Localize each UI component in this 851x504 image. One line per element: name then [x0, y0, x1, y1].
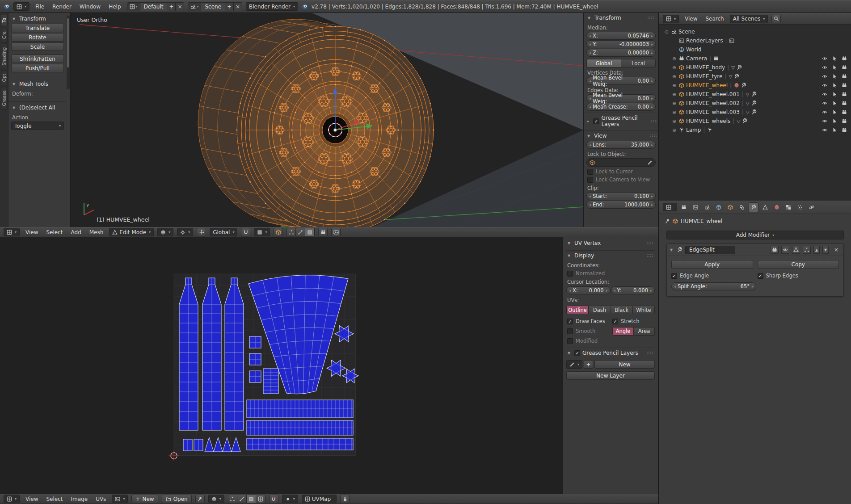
transform-panel-header[interactable]: Transform	[11, 14, 64, 23]
median-y-field[interactable]: Y:-0.0000003	[586, 40, 656, 48]
stretch-checkbox[interactable]	[612, 319, 618, 324]
tab-render[interactable]	[679, 202, 689, 212]
outliner-row-humvee-wheel-002[interactable]: HUMVEE_wheel.002|▽	[659, 99, 851, 108]
add-menu[interactable]: Add	[69, 229, 84, 235]
rotate-button[interactable]: Rotate	[11, 33, 64, 42]
outliner-row-camera[interactable]: Camera|	[659, 54, 851, 63]
area-button[interactable]: Area	[634, 327, 655, 336]
render-restrict-icon[interactable]	[842, 109, 847, 115]
edge-select-button[interactable]	[296, 228, 305, 236]
uv-snap-toggle[interactable]	[269, 495, 278, 503]
editor-type-dropdown-outliner[interactable]	[663, 15, 679, 23]
manipulator-toggle[interactable]	[197, 228, 206, 236]
clip-start-field[interactable]: Start:0.100	[586, 192, 656, 200]
image-menu[interactable]: Image	[69, 496, 90, 502]
angle-button[interactable]: Angle	[612, 327, 634, 336]
outliner-row-renderlayers[interactable]: RenderLayers|	[659, 36, 851, 45]
expand-icon[interactable]	[671, 127, 677, 133]
outliner-row-world[interactable]: World	[659, 45, 851, 54]
lock-camera-checkbox[interactable]	[587, 177, 593, 183]
copy-button[interactable]: Copy	[758, 260, 839, 269]
grease-pencil-checkbox[interactable]	[593, 118, 599, 124]
tab-constraints[interactable]	[737, 202, 747, 212]
median-z-field[interactable]: Z:-0.00000	[586, 49, 656, 57]
uv-canvas[interactable]	[0, 237, 562, 494]
selectable-icon[interactable]	[832, 65, 837, 70]
global-button[interactable]: Global	[586, 59, 621, 67]
tab-scene[interactable]	[702, 202, 712, 212]
expand-icon[interactable]	[671, 109, 677, 115]
panel-drag-handle[interactable]	[646, 241, 653, 245]
outliner-row-humvee-wheels[interactable]: HUMVEE_wheels|▽	[659, 117, 851, 126]
outliner-row-humvee-tyre[interactable]: HUMVEE_tyre|▽	[659, 72, 851, 81]
selectable-icon[interactable]	[832, 74, 837, 79]
outliner-view-menu[interactable]: View	[682, 16, 699, 22]
grease-pencil-add-button[interactable]: +	[584, 360, 593, 369]
occlude-geometry-toggle[interactable]	[274, 228, 283, 236]
outliner-search-menu[interactable]: Search	[704, 16, 726, 22]
grease-pencil-panel-header[interactable]: Grease Pencil Layers	[566, 348, 655, 357]
tab-data[interactable]	[760, 202, 770, 212]
render-restrict-icon[interactable]	[842, 83, 847, 88]
uv-vertex-panel-header[interactable]: UV Vertex	[566, 238, 655, 248]
expand-icon[interactable]	[671, 92, 677, 97]
black-button[interactable]: Black	[611, 306, 633, 314]
outliner-row-humvee-wheel-003[interactable]: HUMVEE_wheel.003|▽	[659, 108, 851, 117]
tab-render-layers[interactable]	[691, 202, 700, 212]
editor-type-dropdown-uv[interactable]	[4, 495, 20, 503]
outliner-row-lamp[interactable]: Lamp|	[659, 126, 851, 134]
tab-material[interactable]	[772, 202, 782, 212]
snap-element-dropdown[interactable]	[254, 228, 270, 236]
grease-pencil-new-button[interactable]: New	[594, 360, 655, 369]
hide-icon[interactable]	[822, 74, 827, 79]
modifier-editmode-toggle[interactable]	[792, 246, 800, 254]
render-restrict-icon[interactable]	[842, 65, 847, 70]
panel-expand-icon[interactable]	[568, 241, 572, 245]
smooth-checkbox[interactable]	[567, 328, 573, 334]
cursor-y-field[interactable]: Y:0.000	[611, 286, 655, 294]
panel-expand-icon[interactable]	[13, 106, 17, 110]
menu-render[interactable]: Render	[50, 4, 74, 10]
display-panel-header[interactable]: Display	[566, 250, 655, 260]
translate-button[interactable]: Translate	[11, 24, 64, 32]
outliner-row-humvee-wheel[interactable]: HUMVEE_wheel|	[659, 81, 851, 90]
modifier-cage-toggle[interactable]	[803, 246, 811, 254]
render-engine-dropdown[interactable]: Blender Render	[246, 2, 298, 11]
transform-panel-header[interactable]: Transform	[586, 13, 656, 22]
render-restrict-icon[interactable]	[842, 74, 847, 79]
tool-shelf-scrollbar[interactable]	[67, 16, 70, 89]
menu-help[interactable]: Help	[106, 4, 123, 10]
panel-expand-icon[interactable]	[587, 119, 591, 123]
redo-panel-header[interactable]: (De)select All	[11, 103, 64, 112]
expand-icon[interactable]	[671, 118, 677, 124]
close-scene-button[interactable]: ×	[233, 3, 242, 11]
panel-expand-icon[interactable]	[13, 17, 17, 21]
view-menu[interactable]: View	[23, 496, 40, 502]
tab-options[interactable]: Opt	[1, 70, 8, 85]
opengl-render-image-button[interactable]	[318, 228, 328, 236]
mode-dropdown[interactable]: Edit Mode	[109, 228, 154, 236]
opengl-render-anim-button[interactable]	[331, 228, 341, 236]
image-open-button[interactable]: Open	[162, 495, 192, 503]
modifier-delete-button[interactable]: ×	[832, 247, 840, 253]
lock-object-field[interactable]	[586, 158, 656, 167]
editor-type-dropdown-info[interactable]	[13, 2, 29, 11]
mesh-menu[interactable]: Mesh	[87, 229, 106, 235]
uv-island-select-button[interactable]	[256, 495, 265, 503]
view-menu[interactable]: View	[23, 229, 40, 235]
editor-type-dropdown-properties[interactable]	[663, 203, 677, 211]
scene-browse-button[interactable]	[188, 3, 201, 11]
edge-bevel-weight-field[interactable]: Mean Bevel Weig:0.00	[586, 94, 656, 102]
action-dropdown[interactable]: Toggle	[11, 122, 64, 130]
normalized-checkbox[interactable]	[567, 271, 573, 277]
modifier-viewport-toggle[interactable]	[781, 246, 789, 254]
new-layer-button[interactable]: New Layer	[566, 371, 655, 380]
selectable-icon[interactable]	[832, 109, 837, 115]
image-new-button[interactable]: +New	[131, 495, 158, 503]
uv-edge-select-button[interactable]	[237, 495, 247, 503]
white-button[interactable]: White	[633, 306, 655, 314]
tab-particles[interactable]	[795, 202, 805, 212]
expand-icon[interactable]	[671, 83, 677, 88]
selectable-icon[interactable]	[832, 127, 837, 133]
face-select-button[interactable]	[305, 228, 315, 236]
